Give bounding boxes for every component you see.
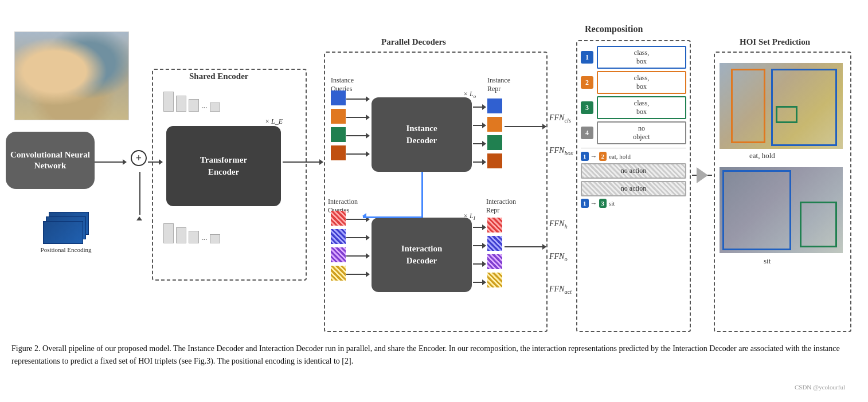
instance-repr-1 bbox=[487, 98, 502, 113]
transformer-encoder-box: TransformerEncoder bbox=[166, 126, 281, 206]
recomp-item-3: 3 class,box bbox=[581, 96, 686, 119]
recomp-box-3: class,box bbox=[597, 96, 686, 119]
large-arrow-to-hoi bbox=[697, 167, 708, 183]
arrow-intdec-to-intrepr3 bbox=[473, 263, 486, 265]
parallel-decoders-label: Parallel Decoders bbox=[381, 37, 446, 47]
arrow-intq2-to-intdec bbox=[346, 237, 369, 238]
transformer-encoder-label: TransformerEncoder bbox=[200, 154, 247, 178]
recomp-box-2: class,box bbox=[597, 71, 686, 94]
arrow-posenc-to-plus bbox=[139, 172, 140, 215]
pos-encoding-text: Positional Encoding bbox=[41, 246, 92, 253]
interact-from-1: 1 bbox=[581, 152, 589, 161]
hoi-box: eat, hold sit bbox=[714, 52, 851, 332]
interaction-repr-1 bbox=[487, 218, 502, 232]
pos-encoding-label: Positional Encoding bbox=[32, 246, 100, 253]
interaction-repr-3 bbox=[487, 254, 502, 269]
blue-connector-h bbox=[363, 216, 421, 218]
pos-layer-3 bbox=[43, 221, 83, 244]
arrow-intq3-to-intdec bbox=[346, 255, 369, 257]
feat-map-1 bbox=[163, 92, 174, 112]
main-container: Convolutional Neural Network + Positiona… bbox=[0, 0, 868, 402]
interact-item-no-action-1: no action bbox=[581, 163, 686, 179]
recomp-item-4: 4 noobject bbox=[581, 121, 686, 144]
recomp-item-1: 1 class,box bbox=[581, 46, 686, 69]
interaction-query-3 bbox=[331, 247, 346, 262]
instance-decoder-label: InstanceDecoder bbox=[406, 123, 437, 147]
feat-map-b1 bbox=[163, 223, 174, 243]
arrow-intdec-to-intrepr1 bbox=[473, 227, 486, 228]
hoi-bbox-baby-blue-2 bbox=[722, 170, 791, 250]
ffn-act-label: FFNact bbox=[549, 285, 572, 295]
instance-query-2 bbox=[331, 109, 346, 124]
arrow-intdec-to-intrepr2 bbox=[473, 245, 486, 246]
hoi-label: HOI Set Prediction bbox=[740, 37, 810, 47]
interaction-query-4 bbox=[331, 266, 346, 281]
interact-to-sit: 3 bbox=[599, 199, 607, 208]
interact-label-1: eat, hold bbox=[609, 153, 631, 160]
diagram-area: Convolutional Neural Network + Positiona… bbox=[0, 0, 868, 338]
recomp-box-4: noobject bbox=[597, 121, 686, 144]
feat-map-b2 bbox=[176, 227, 186, 243]
hoi-bbox-person-orange bbox=[731, 69, 765, 143]
arrow-idec-to-irepr3 bbox=[473, 143, 486, 144]
recomp-box-1: class,box bbox=[597, 46, 686, 69]
input-image-visual bbox=[15, 32, 128, 120]
arrow-plus-to-encoder bbox=[148, 161, 162, 163]
instance-repr-3 bbox=[487, 135, 502, 150]
interact-item-1-row: 1 → 2 eat, hold bbox=[581, 152, 686, 161]
feat-map-4 bbox=[210, 103, 220, 112]
blue-connector-v bbox=[421, 172, 423, 218]
hoi-bbox-sit-green bbox=[800, 202, 837, 247]
arrow-intq1-to-intdec bbox=[346, 219, 369, 220]
arrow-encoder-to-decoders bbox=[283, 161, 323, 163]
arrow-iq4-to-idec bbox=[346, 153, 369, 155]
interaction-repr-label: InteractionRepr bbox=[486, 198, 516, 215]
arrow-intrepr-to-recomp bbox=[505, 246, 546, 247]
feature-maps-bottom: ... bbox=[163, 223, 220, 243]
feat-dots-top: ... bbox=[201, 101, 208, 112]
feat-dots-bottom: ... bbox=[201, 233, 208, 243]
instance-query-1 bbox=[331, 90, 346, 105]
shared-encoder-label: Shared Encoder bbox=[189, 72, 248, 81]
hoi-image-bottom bbox=[720, 167, 843, 253]
feat-map-3 bbox=[189, 99, 199, 112]
cnn-box: Convolutional Neural Network bbox=[6, 132, 95, 189]
feat-map-b3 bbox=[189, 231, 199, 243]
instance-query-4 bbox=[331, 145, 346, 160]
arrow-idec-to-irepr2 bbox=[473, 125, 486, 126]
blue-arrowhead bbox=[359, 213, 366, 219]
interaction-decoder-box: InteractionDecoder bbox=[372, 218, 472, 292]
instance-decoder-box: InstanceDecoder bbox=[372, 97, 472, 172]
arrow-iq2-to-idec bbox=[346, 117, 369, 118]
caption-area: Figure 2. Overall pipeline of our propos… bbox=[11, 342, 849, 368]
recomp-num-4: 4 bbox=[581, 127, 593, 139]
interact-from-sit: 1 bbox=[581, 199, 589, 208]
arrowhead-up-posenc bbox=[136, 214, 142, 220]
feat-map-b4 bbox=[210, 234, 220, 243]
arrow-intq4-to-intdec bbox=[346, 274, 369, 275]
input-image bbox=[14, 31, 129, 120]
arrow-intdec-to-intrepr4 bbox=[473, 282, 486, 283]
pos-encoding bbox=[43, 212, 89, 249]
hoi-caption-top: eat, hold bbox=[749, 151, 775, 160]
interaction-repr-2 bbox=[487, 236, 502, 251]
cnn-label: Convolutional Neural Network bbox=[6, 149, 95, 172]
ffn-cls-label: FFNcls bbox=[549, 113, 571, 124]
le-label: × L_E bbox=[265, 117, 283, 126]
arrow-idec-to-irepr4 bbox=[473, 161, 486, 163]
figure-caption: Figure 2. Overall pipeline of our propos… bbox=[11, 344, 840, 365]
hoi-caption-bottom: sit bbox=[764, 257, 771, 266]
interaction-query-1 bbox=[331, 211, 346, 226]
recomp-divider bbox=[581, 148, 686, 148]
ffn-o-label: FFNo bbox=[549, 252, 568, 262]
feat-map-2 bbox=[176, 96, 186, 112]
interaction-repr-squares bbox=[487, 218, 502, 287]
instance-repr-label: InstanceRepr bbox=[487, 76, 510, 93]
interact-to-1: 2 bbox=[599, 152, 607, 161]
ffn-box-label: FFNbox bbox=[549, 146, 573, 156]
li-label: × LI bbox=[463, 212, 475, 221]
instance-query-squares bbox=[331, 90, 346, 160]
recomp-item-2: 2 class,box bbox=[581, 71, 686, 94]
plus-circle: + bbox=[131, 150, 147, 166]
instance-repr-2 bbox=[487, 117, 502, 132]
